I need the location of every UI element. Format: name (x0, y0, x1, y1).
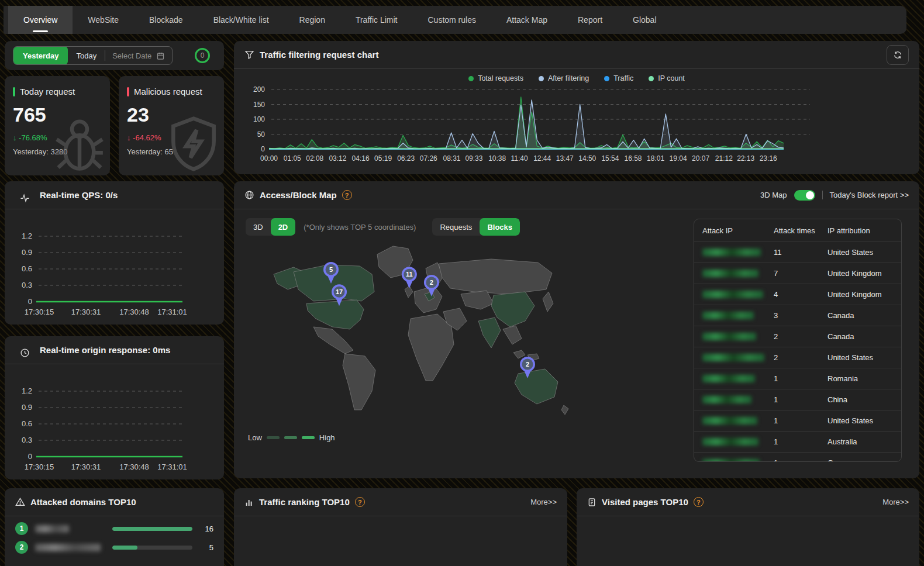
refresh-button[interactable] (887, 45, 909, 65)
visited-pages-title: Visited pages TOP10 (602, 497, 688, 507)
nav-tab-region[interactable]: Region (284, 6, 340, 34)
block-report-link[interactable]: Today's Block report >> (830, 191, 909, 199)
nav-tab-global[interactable]: Global (618, 6, 671, 34)
attack-table-row[interactable]: 2United States (694, 347, 901, 368)
refresh-countdown-ring[interactable]: 0 (195, 48, 210, 63)
select-date-input[interactable]: Select Date (105, 46, 172, 65)
attack-table-row[interactable]: 7United Kingdom (694, 263, 901, 284)
nav-tab-black-white-list[interactable]: Black/White list (198, 6, 284, 34)
attack-count-bar-fill (112, 546, 137, 550)
attack-ip-cell (702, 249, 774, 256)
map-data-mode-switch: RequestsBlocks (432, 218, 520, 236)
svg-text:17: 17 (336, 288, 343, 295)
attack-table-row[interactable]: 11United States (694, 241, 901, 263)
attack-ip-cell (702, 270, 774, 277)
attack-table-row[interactable]: 1Romania (694, 368, 901, 389)
legend-high-label: High (319, 433, 335, 442)
ip-attribution-cell: United States (828, 353, 893, 362)
svg-text:50: 50 (257, 130, 266, 139)
stat-accent-bar (127, 87, 129, 96)
svg-text:08:31: 08:31 (443, 154, 460, 163)
attack-times-cell: 1 (774, 416, 828, 425)
svg-text:0: 0 (28, 452, 32, 461)
attack-table-row[interactable]: 1Germany (694, 452, 901, 462)
nav-tab-attack-map[interactable]: Attack Map (491, 6, 563, 34)
attack-table-row[interactable]: 1United States (694, 410, 901, 431)
map-note: (*Only shows TOP 5 coordinates) (304, 223, 416, 232)
attack-ip-table: Attack IPAttack timesIP attribution11Uni… (694, 219, 902, 462)
map-uk (405, 286, 413, 298)
legend-item-traffic[interactable]: Traffic (604, 74, 633, 82)
svg-text:100: 100 (253, 115, 265, 123)
map-help-icon[interactable]: ? (342, 190, 352, 200)
ip-attribution-cell: United Kingdom (828, 269, 893, 278)
svg-text:17:30:15: 17:30:15 (25, 463, 54, 471)
svg-text:0.3: 0.3 (22, 436, 32, 444)
legend-item-ip-count[interactable]: IP count (649, 74, 685, 82)
rank-badge: 2 (15, 541, 28, 554)
nav-tab-website[interactable]: WebSite (73, 6, 134, 34)
stat-label-text: Malicious request (134, 87, 202, 96)
attack-table-row[interactable]: 1Australia (694, 431, 901, 452)
attack-count-bar (112, 546, 192, 550)
nav-tab-custom-rules[interactable]: Custom rules (413, 6, 491, 34)
legend-low-label: Low (248, 433, 262, 442)
traffic-ranking-help-icon[interactable]: ? (355, 497, 365, 507)
nav-tab-traffic-limit[interactable]: Traffic Limit (340, 6, 413, 34)
bug-icon (49, 113, 110, 175)
stat-card-today-request: Today request765↓ -76.68%Yesterday: 3280 (5, 76, 110, 175)
map-data-button-blocks[interactable]: Blocks (480, 218, 520, 236)
map-pin-united-kingdom[interactable]: 11 (402, 267, 417, 288)
map-new-zealand (561, 405, 568, 415)
svg-text:23:16: 23:16 (760, 154, 777, 163)
attack-table-row[interactable]: 4United Kingdom (694, 284, 901, 305)
svg-text:17:30:15: 17:30:15 (25, 308, 54, 316)
svg-text:07:26: 07:26 (420, 154, 437, 163)
map-india (478, 317, 501, 348)
ip-attribution-cell: Canada (828, 332, 893, 341)
world-map-svg: 5171122 (257, 238, 585, 431)
traffic-ranking-more-link[interactable]: More>> (530, 498, 557, 506)
nav-tab-overview[interactable]: Overview (8, 6, 73, 34)
nav-tab-report[interactable]: Report (563, 6, 618, 34)
svg-text:17:31:01: 17:31:01 (157, 463, 187, 471)
divider (822, 191, 823, 199)
attacked-domain-row[interactable]: 116 (5, 516, 224, 535)
attack-table-row[interactable]: 3Canada (694, 305, 901, 326)
date-range-group: Yesterday Today Select Date (13, 46, 173, 65)
svg-text:0.6: 0.6 (22, 264, 32, 273)
svg-text:02:08: 02:08 (306, 154, 323, 163)
legend-label: Total requests (478, 74, 523, 82)
legend-item-total-requests[interactable]: Total requests (468, 74, 523, 82)
ip-attribution-cell: United States (828, 248, 893, 257)
map-view-button-2d[interactable]: 2D (271, 218, 296, 236)
traffic-chart-title: Traffic filtering request chart (260, 50, 378, 60)
attack-ip-cell (702, 438, 774, 446)
svg-text:5: 5 (329, 266, 333, 273)
nav-tab-blockade[interactable]: Blockade (134, 6, 198, 34)
svg-text:11: 11 (406, 271, 413, 278)
svg-text:13:47: 13:47 (556, 154, 574, 163)
yesterday-button[interactable]: Yesterday (13, 46, 68, 65)
legend-item-after-filtering[interactable]: After filtering (539, 74, 589, 82)
attack-table-row[interactable]: 2Canada (694, 326, 901, 347)
attacked-domains-panel: Attacked domains TOP10 11625 (5, 488, 224, 566)
svg-text:1.2: 1.2 (22, 232, 32, 240)
origin-response-panel: Real-time origin response: 0ms 00.30.60.… (5, 336, 224, 479)
attack-ip-cell (702, 354, 774, 361)
today-button[interactable]: Today (68, 46, 105, 65)
map-data-button-requests[interactable]: Requests (432, 218, 480, 236)
map-view-button-3d[interactable]: 3D (246, 218, 271, 236)
masked-ip-value (702, 333, 756, 340)
visited-pages-more-link[interactable]: More>> (882, 498, 909, 506)
domain-cell (35, 544, 105, 551)
legend-dash-low (267, 436, 280, 439)
attack-table-row[interactable]: 1China (694, 389, 901, 410)
attacked-domain-row[interactable]: 25 (5, 535, 224, 554)
traffic-chart-panel: Traffic filtering request chart Total re… (234, 41, 919, 174)
ip-attribution-cell: United States (828, 416, 893, 425)
svg-text:150: 150 (253, 101, 265, 109)
legend-label: Traffic (613, 74, 633, 82)
map-3d-toggle[interactable] (794, 190, 815, 201)
visited-pages-help-icon[interactable]: ? (694, 497, 704, 507)
